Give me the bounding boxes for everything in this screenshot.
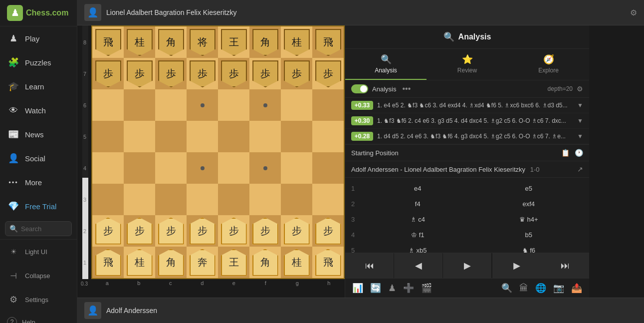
last-move-button[interactable]: ⏭	[541, 253, 589, 278]
piece-1-5[interactable]: 角	[252, 249, 278, 276]
engine-line-1[interactable]: +0.33 1. e4 e5 2. ♞f3 ♞c6 3. d4 exd4 4. …	[345, 98, 589, 113]
cell-8-8[interactable]: 飛	[312, 26, 344, 58]
cell-6-6[interactable]	[249, 89, 281, 121]
sidebar-item-news[interactable]: 📰 News	[0, 122, 77, 146]
piece-2-7[interactable]: 步	[315, 218, 341, 245]
cell-8-7[interactable]: 桂	[281, 26, 312, 58]
piece-8-0[interactable]: 飛	[95, 29, 121, 56]
piece-7-5[interactable]: 歩	[252, 60, 278, 87]
bookmark-icon-button[interactable]: 📋	[561, 149, 570, 157]
cell-5-1[interactable]: 5	[92, 121, 124, 152]
engine-settings-button[interactable]: ⚙	[577, 85, 583, 93]
piece-7-3[interactable]: 歩	[190, 60, 215, 87]
tab-review[interactable]: ⭐ Review	[427, 49, 508, 80]
piece-2-2[interactable]: 步	[158, 218, 184, 245]
zoom-in-button[interactable]: 🔍	[501, 283, 512, 294]
engine-line-3[interactable]: +0.28 1. d4 d5 2. c4 e6 3. ♞f3 ♞f6 4. g3…	[345, 129, 589, 144]
cell-1-7[interactable]: 桂	[281, 247, 312, 278]
piece-7-1[interactable]: 歩	[127, 60, 153, 87]
cell-5-6[interactable]	[249, 121, 281, 152]
cell-1-4[interactable]: 奔	[187, 247, 218, 278]
move-black-1[interactable]: e5	[474, 183, 584, 194]
sidebar-item-help[interactable]: ? Help	[0, 312, 77, 323]
sidebar-item-settings[interactable]: ⚙ Settings	[0, 288, 77, 312]
cell-2-4[interactable]: 步	[187, 215, 218, 247]
cell-5-4[interactable]	[187, 121, 218, 152]
chess-board[interactable]: 8飛桂角将王角桂飛7歩歩歩歩歩歩歩歩65432步步步步步步步步1飛桂角奔王角桂飛	[91, 25, 345, 279]
piece-7-2[interactable]: 歩	[158, 60, 184, 87]
piece-8-3[interactable]: 将	[190, 29, 215, 56]
engine-line-expand-3[interactable]: ▼	[577, 133, 583, 140]
clock-icon-button[interactable]: 🕐	[575, 149, 583, 157]
sidebar-item-social[interactable]: 👤 Social	[0, 146, 77, 170]
cell-7-6[interactable]: 歩	[249, 58, 281, 89]
move-black-2[interactable]: exf4	[474, 198, 584, 210]
cell-1-6[interactable]: 角	[249, 247, 281, 278]
sidebar-item-watch[interactable]: 👁 Watch	[0, 98, 77, 122]
cell-6-8[interactable]	[312, 89, 344, 121]
cell-2-2[interactable]: 步	[124, 215, 155, 247]
cell-4-6[interactable]	[249, 152, 281, 184]
tab-explore[interactable]: 🧭 Explore	[508, 49, 589, 80]
cell-8-4[interactable]: 将	[187, 26, 218, 58]
camera-icon-button[interactable]: 📷	[553, 283, 564, 294]
engine-line-2[interactable]: +0.30 1. ♞f3 ♞f6 2. c4 e6 3. g3 d5 4. d4…	[345, 113, 589, 129]
piece-2-0[interactable]: 步	[95, 218, 121, 245]
cell-3-8[interactable]	[312, 184, 344, 215]
cell-3-2[interactable]	[124, 184, 155, 215]
cell-5-3[interactable]	[155, 121, 187, 152]
cell-1-2[interactable]: 桂	[124, 247, 155, 278]
share-icon-button[interactable]: 📤	[571, 283, 582, 294]
cell-3-1[interactable]: 3	[92, 184, 124, 215]
board-settings-button[interactable]: ⚙	[630, 8, 637, 17]
cell-6-1[interactable]: 6	[92, 89, 124, 121]
library-icon-button[interactable]: 🏛	[519, 283, 528, 294]
cell-3-6[interactable]	[249, 184, 281, 215]
cell-4-4[interactable]	[187, 152, 218, 184]
piece-1-1[interactable]: 桂	[127, 249, 153, 276]
piece-1-3[interactable]: 奔	[190, 249, 215, 276]
external-link-button[interactable]: ↗	[577, 165, 583, 173]
piece-7-4[interactable]: 歩	[221, 60, 247, 87]
move-black-3[interactable]: ♛ h4+	[474, 214, 584, 225]
prev-move-button[interactable]: ◀	[394, 253, 443, 278]
flip-board-button[interactable]: 🔄	[370, 283, 381, 294]
engine-line-expand-2[interactable]: ▼	[577, 117, 583, 124]
next-move-button[interactable]: ◀	[492, 253, 541, 278]
cell-6-2[interactable]	[124, 89, 155, 121]
piece-1-7[interactable]: 飛	[315, 249, 341, 276]
cell-5-8[interactable]	[312, 121, 344, 152]
move-black-4[interactable]: b5	[474, 229, 584, 241]
cell-6-7[interactable]	[281, 89, 312, 121]
sidebar-item-play[interactable]: ♟ Play	[0, 26, 77, 50]
cell-5-2[interactable]	[124, 121, 155, 152]
search-input[interactable]	[21, 225, 67, 233]
cell-4-3[interactable]	[155, 152, 187, 184]
sidebar-item-collapse[interactable]: ⊣ Collapse	[0, 264, 77, 288]
cell-2-7[interactable]: 步	[281, 215, 312, 247]
video-icon-button[interactable]: 🎬	[421, 283, 432, 294]
cell-3-5[interactable]	[218, 184, 249, 215]
cell-7-3[interactable]: 歩	[155, 58, 187, 89]
move-white-3[interactable]: ♗ c4	[363, 214, 472, 225]
sidebar-item-free-trial[interactable]: 💎 Free Trial	[0, 194, 77, 218]
piece-icon-button[interactable]: ♟	[388, 283, 396, 294]
sidebar-item-more[interactable]: ••• More	[0, 170, 77, 194]
piece-8-6[interactable]: 桂	[284, 29, 310, 56]
piece-8-5[interactable]: 角	[252, 29, 278, 56]
piece-7-7[interactable]: 歩	[315, 60, 341, 87]
piece-8-4[interactable]: 王	[221, 29, 247, 56]
piece-8-2[interactable]: 角	[158, 29, 184, 56]
piece-7-6[interactable]: 歩	[284, 60, 310, 87]
cell-7-4[interactable]: 歩	[187, 58, 218, 89]
move-black-5[interactable]: ♞ f6	[474, 245, 584, 253]
cell-2-6[interactable]: 步	[249, 215, 281, 247]
piece-2-6[interactable]: 步	[284, 218, 310, 245]
sidebar-item-puzzles[interactable]: 🧩 Puzzles	[0, 50, 77, 74]
cell-3-7[interactable]	[281, 184, 312, 215]
piece-2-1[interactable]: 步	[127, 218, 153, 245]
piece-2-4[interactable]: 步	[221, 218, 247, 245]
chart-icon-button[interactable]: 📊	[352, 283, 363, 294]
cell-1-3[interactable]: 角	[155, 247, 187, 278]
piece-1-2[interactable]: 角	[158, 249, 184, 276]
